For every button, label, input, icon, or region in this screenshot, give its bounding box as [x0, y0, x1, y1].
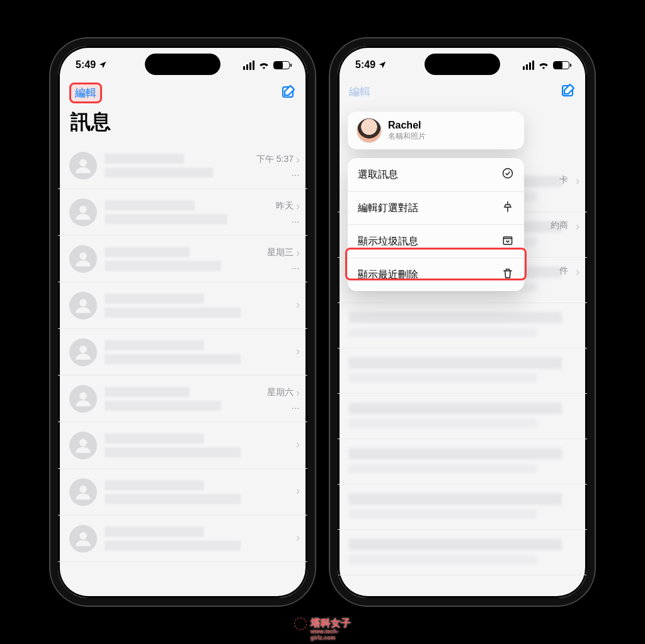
phone-right: 5:49 編輯 卡 › 約商 — [330, 38, 595, 606]
menu-item-pin[interactable]: 編輯釘選對話 — [348, 192, 524, 225]
wifi-icon — [258, 60, 270, 69]
svg-point-3 — [79, 252, 87, 260]
check-circle-icon — [501, 167, 514, 182]
status-time: 5:49 — [355, 59, 375, 71]
menu-item-label: 選取訊息 — [358, 168, 398, 181]
avatar-icon — [69, 338, 97, 366]
compose-button[interactable] — [281, 84, 296, 102]
svg-point-6 — [79, 392, 87, 400]
message-preview — [105, 247, 260, 271]
message-preview — [105, 200, 268, 224]
menu-item-label: 顯示垃圾訊息 — [358, 235, 418, 248]
message-timestamp: 下午 5:37 — [256, 154, 294, 165]
svg-point-7 — [79, 439, 87, 446]
chevron-right-icon: › — [576, 265, 579, 279]
menu-item-archive[interactable]: 顯示垃圾訊息 — [348, 225, 524, 258]
message-row[interactable]: › — [58, 469, 307, 515]
wifi-icon — [538, 60, 549, 69]
message-timestamp: 昨天 — [276, 200, 294, 212]
chevron-right-icon: › — [296, 439, 300, 450]
message-list: 下午 5:37 › … 昨天 › … 星期三 — [58, 142, 307, 562]
message-row[interactable]: 昨天 › … — [58, 189, 307, 236]
pin-icon — [501, 200, 514, 216]
message-preview — [105, 527, 286, 551]
battery-icon — [553, 61, 569, 69]
svg-point-2 — [79, 205, 87, 213]
chevron-right-icon: › — [296, 247, 300, 258]
status-time: 5:49 — [76, 59, 96, 71]
profile-subtitle: 名稱和照片 — [388, 131, 426, 142]
message-preview — [105, 340, 286, 364]
message-row[interactable]: 星期三 › … — [58, 236, 307, 282]
edit-menu: 選取訊息 編輯釘選對話 顯示垃圾訊息 顯示最近刪除 — [348, 158, 524, 291]
profile-card[interactable]: Rachel 名稱和照片 — [348, 112, 524, 149]
watermark-icon — [294, 618, 307, 630]
chevron-right-icon: › — [296, 299, 300, 310]
cellular-icon — [243, 60, 254, 70]
avatar-icon — [69, 245, 97, 273]
message-row[interactable]: › — [58, 282, 307, 329]
svg-point-1 — [79, 159, 87, 166]
chevron-right-icon: › — [296, 532, 300, 543]
memoji-avatar — [357, 118, 382, 143]
chevron-right-icon: › — [576, 175, 579, 188]
trash-icon — [501, 267, 514, 282]
chevron-right-icon: › — [296, 200, 300, 212]
avatar-icon — [69, 152, 97, 180]
message-row[interactable]: 下午 5:37 › … — [58, 142, 307, 189]
watermark: 塔科女子 www.tech-girlz.com — [294, 617, 351, 630]
message-row[interactable]: › — [58, 515, 307, 562]
menu-item-label: 編輯釘選對話 — [358, 202, 418, 215]
location-icon — [378, 60, 387, 69]
avatar-icon — [69, 525, 97, 553]
chevron-right-icon: › — [296, 345, 300, 357]
chevron-right-icon: › — [296, 154, 300, 165]
nav-bar: 編輯 — [58, 79, 307, 105]
message-row[interactable]: 星期六 › … — [58, 376, 307, 422]
svg-point-4 — [79, 299, 87, 306]
location-icon — [98, 60, 107, 69]
edit-button[interactable]: 編輯 — [69, 83, 102, 103]
avatar-icon — [69, 385, 97, 413]
dynamic-island — [425, 54, 500, 75]
svg-point-5 — [79, 345, 87, 353]
menu-item-trash[interactable]: 顯示最近刪除 — [348, 258, 524, 291]
chevron-right-icon: › — [296, 485, 300, 497]
bg-fragment: 件 — [559, 265, 568, 277]
menu-item-check-circle[interactable]: 選取訊息 — [348, 158, 524, 192]
page-title: 訊息 — [58, 105, 307, 142]
avatar-icon — [69, 478, 97, 506]
watermark-url: www.tech-girlz.com — [311, 628, 351, 641]
avatar-icon — [69, 292, 97, 319]
message-row[interactable]: › — [58, 422, 307, 469]
message-preview — [105, 154, 249, 178]
message-timestamp: 星期六 — [267, 387, 294, 398]
avatar-icon — [69, 432, 97, 459]
background-message-list: 卡 › 約商 › 件 › — [338, 79, 587, 598]
chevron-right-icon: › — [576, 220, 579, 233]
chevron-right-icon: › — [296, 387, 300, 398]
svg-point-11 — [503, 169, 513, 178]
message-timestamp: 星期三 — [267, 247, 294, 258]
message-preview — [105, 387, 260, 411]
message-row[interactable]: › — [58, 329, 307, 376]
phone-left: 5:49 編輯 訊息 — [50, 38, 315, 606]
bg-fragment: 約商 — [551, 220, 568, 231]
dynamic-island — [145, 54, 220, 75]
svg-point-9 — [79, 532, 87, 539]
profile-name: Rachel — [388, 120, 426, 131]
archive-icon — [501, 234, 514, 249]
message-preview — [105, 434, 286, 457]
bg-fragment: 卡 — [559, 175, 568, 186]
menu-item-label: 顯示最近刪除 — [358, 268, 418, 282]
cellular-icon — [523, 60, 534, 70]
message-preview — [105, 480, 286, 504]
svg-point-8 — [79, 485, 87, 493]
message-preview — [105, 294, 286, 318]
avatar-icon — [69, 198, 97, 226]
battery-icon — [273, 61, 290, 69]
